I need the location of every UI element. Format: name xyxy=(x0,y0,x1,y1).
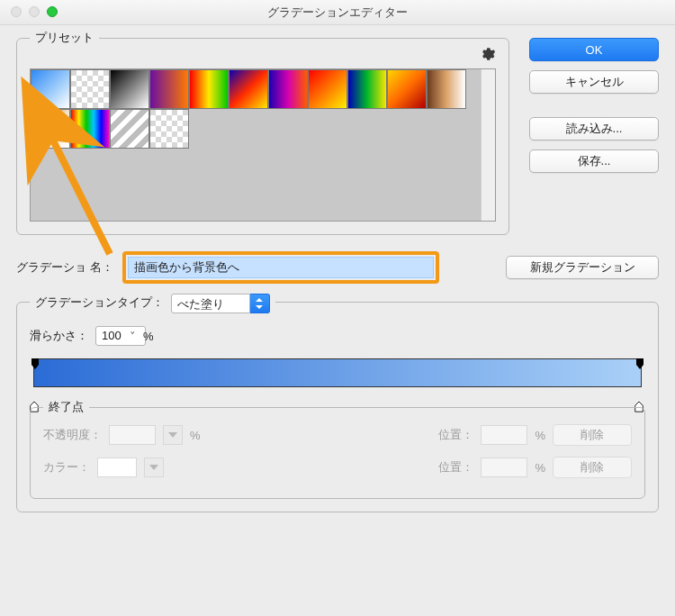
preset-swatch[interactable] xyxy=(110,69,149,109)
gradient-type-value: べた塗り xyxy=(177,297,224,311)
minimize-icon[interactable] xyxy=(29,6,40,17)
gradient-type-label: グラデーションタイプ： xyxy=(35,295,164,309)
opacity-stop-right[interactable] xyxy=(634,358,645,369)
color-delete-label: 削除 xyxy=(580,459,604,476)
opacity-input xyxy=(109,425,156,445)
preset-swatch[interactable] xyxy=(387,69,427,109)
gradient-name-input[interactable]: 描画色から背景色へ xyxy=(128,257,434,278)
load-button[interactable]: 読み込み... xyxy=(529,117,659,140)
gradient-type-group: グラデーションタイプ： べた塗り 滑らかさ： 100 ˅ % xyxy=(16,302,659,512)
color-delete-button: 削除 xyxy=(553,457,632,478)
color-position-input xyxy=(481,457,527,477)
preset-swatch[interactable] xyxy=(189,69,229,109)
window-title: グラデーションエディター xyxy=(267,5,408,21)
smoothness-input[interactable]: 100 ˅ xyxy=(95,326,136,346)
gradient-name-highlight: 描画色から背景色へ xyxy=(122,251,439,284)
preset-swatch[interactable] xyxy=(110,109,149,149)
window-controls xyxy=(11,6,58,17)
zoom-icon[interactable] xyxy=(47,6,58,17)
stops-group: 終了点 不透明度： % 位置： % 削除 カラー： 位置： xyxy=(30,407,645,499)
smoothness-value: 100 xyxy=(102,329,122,342)
preset-swatch[interactable] xyxy=(268,69,308,109)
preset-swatch[interactable] xyxy=(70,69,110,109)
preset-swatch[interactable] xyxy=(149,69,189,109)
opacity-position-label: 位置： xyxy=(438,427,473,443)
smoothness-label: 滑らかさ： xyxy=(30,328,88,344)
gradient-ramp[interactable] xyxy=(33,358,642,387)
preset-swatch[interactable] xyxy=(347,69,387,109)
save-button[interactable]: 保存... xyxy=(529,149,659,173)
ok-button[interactable]: OK xyxy=(529,38,659,61)
save-label: 保存... xyxy=(578,153,611,169)
opacity-position-input xyxy=(481,425,527,445)
presets-label: プリセット xyxy=(30,30,99,46)
opacity-position-unit: % xyxy=(535,429,545,442)
close-icon[interactable] xyxy=(11,6,22,17)
side-buttons: OK キャンセル 読み込み... 保存... xyxy=(529,38,659,173)
new-gradient-label: 新規グラデーション xyxy=(530,259,635,276)
gradient-type-stepper[interactable] xyxy=(250,294,270,313)
preset-swatch[interactable] xyxy=(427,69,466,109)
new-gradient-button[interactable]: 新規グラデーション xyxy=(506,256,659,279)
color-swatch xyxy=(97,457,137,477)
color-position-unit: % xyxy=(535,461,545,475)
opacity-delete-label: 削除 xyxy=(580,427,604,443)
preset-swatch[interactable] xyxy=(308,69,347,109)
ok-label: OK xyxy=(586,43,603,57)
scrollbar[interactable] xyxy=(481,69,495,221)
opacity-label: 不透明度： xyxy=(43,427,102,443)
gradient-name-label: グラデーショ 名： xyxy=(16,259,113,276)
titlebar: グラデーションエディター xyxy=(0,0,675,25)
preset-swatch[interactable] xyxy=(31,69,70,109)
preset-swatch[interactable] xyxy=(229,69,268,109)
preset-swatch[interactable] xyxy=(70,109,110,149)
smoothness-unit: % xyxy=(143,330,154,343)
preset-swatch[interactable] xyxy=(149,109,189,149)
opacity-dropdown xyxy=(163,425,183,445)
color-label: カラー： xyxy=(43,459,90,476)
gradient-name-value: 描画色から背景色へ xyxy=(134,260,239,274)
cancel-label: キャンセル xyxy=(565,74,624,90)
cancel-button[interactable]: キャンセル xyxy=(529,70,659,94)
presets-group: プリセット xyxy=(16,38,509,235)
color-position-label: 位置： xyxy=(438,459,473,476)
stops-label: 終了点 xyxy=(43,399,89,415)
color-dropdown xyxy=(144,457,164,477)
opacity-unit: % xyxy=(190,429,201,442)
gradient-type-select[interactable]: べた塗り xyxy=(171,294,250,313)
opacity-stop-left[interactable] xyxy=(30,358,40,369)
preset-swatch[interactable] xyxy=(31,109,70,149)
presets-list xyxy=(30,68,496,222)
gradient-preview xyxy=(33,358,642,387)
load-label: 読み込み... xyxy=(566,121,623,137)
gear-icon[interactable] xyxy=(480,46,496,65)
opacity-delete-button: 削除 xyxy=(553,424,632,446)
